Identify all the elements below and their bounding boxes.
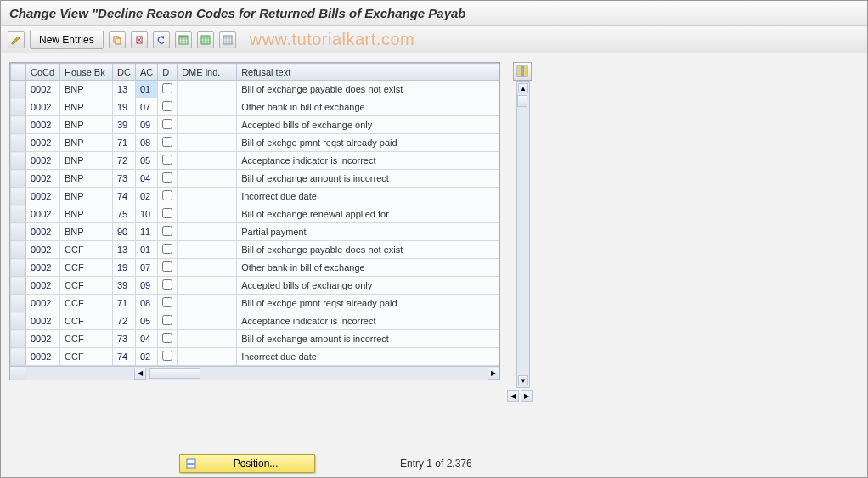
cell-ac[interactable]: 08	[135, 295, 157, 312]
cell-housebk[interactable]: BNP	[60, 223, 113, 241]
d-checkbox[interactable]	[162, 297, 172, 307]
cell-ac[interactable]: 02	[135, 188, 157, 205]
undo-icon[interactable]	[153, 31, 170, 48]
cell-cocd[interactable]: 0002	[26, 330, 60, 348]
cell-ac[interactable]: 05	[135, 312, 157, 330]
h-scroll-thumb[interactable]	[149, 368, 200, 379]
v-scroll-thumb[interactable]	[517, 95, 527, 107]
cell-cocd[interactable]: 0002	[26, 312, 60, 330]
scroll-up-icon[interactable]: ▲	[518, 83, 528, 93]
cell-cocd[interactable]: 0002	[26, 98, 60, 116]
cell-dme[interactable]	[178, 259, 237, 277]
cell-dc[interactable]: 39	[113, 277, 136, 295]
d-checkbox[interactable]	[162, 244, 172, 254]
table-row[interactable]: 0002BNP1301Bill of exchange payable does…	[11, 81, 499, 98]
cell-dc[interactable]: 74	[113, 348, 136, 366]
cell-ac[interactable]: 04	[135, 330, 157, 348]
cell-refusal[interactable]: Bill of exchange payable does not exist	[237, 241, 499, 259]
cell-dme[interactable]	[178, 205, 237, 223]
d-checkbox[interactable]	[162, 333, 172, 343]
row-selector[interactable]	[11, 98, 26, 116]
v-scrollbar[interactable]: ▲ ▼	[516, 81, 530, 388]
cell-d[interactable]	[158, 116, 178, 134]
table-row[interactable]: 0002CCF7108Bill of exchge pmnt reqst alr…	[11, 295, 499, 312]
scroll-right2-icon[interactable]: ▶	[521, 390, 533, 402]
cell-ac[interactable]: 07	[135, 259, 157, 277]
cell-refusal[interactable]: Accepted bills of exchange only	[237, 277, 499, 295]
cell-ac[interactable]: 08	[135, 134, 157, 152]
cell-cocd[interactable]: 0002	[26, 116, 60, 134]
col-refusal[interactable]: Refusal text	[237, 64, 499, 81]
cell-d[interactable]	[158, 330, 178, 348]
cell-d[interactable]	[158, 223, 178, 241]
cell-ac[interactable]: 05	[135, 152, 157, 170]
cell-dme[interactable]	[178, 348, 237, 366]
cell-d[interactable]	[158, 188, 178, 205]
table-row[interactable]: 0002CCF7402Incorrect due date	[11, 348, 499, 366]
cell-dc[interactable]: 72	[113, 152, 136, 170]
d-checkbox[interactable]	[162, 101, 172, 111]
col-dc[interactable]: DC	[113, 64, 136, 81]
cell-housebk[interactable]: BNP	[60, 98, 113, 116]
position-button[interactable]: Position...	[179, 454, 315, 473]
cell-ac[interactable]: 02	[135, 348, 157, 366]
cell-housebk[interactable]: BNP	[60, 205, 113, 223]
cell-ac[interactable]: 07	[135, 98, 157, 116]
col-housebk[interactable]: House Bk	[60, 64, 113, 81]
deselect-all-icon[interactable]	[219, 31, 236, 48]
row-selector[interactable]	[11, 170, 26, 188]
table-row[interactable]: 0002BNP7108Bill of exchge pmnt reqst alr…	[11, 134, 499, 152]
cell-dc[interactable]: 90	[113, 223, 136, 241]
cell-refusal[interactable]: Partial payment	[237, 223, 499, 241]
table-row[interactable]: 0002BNP1907Other bank in bill of exchang…	[11, 98, 499, 116]
cell-d[interactable]	[158, 277, 178, 295]
row-selector[interactable]	[11, 205, 26, 223]
d-checkbox[interactable]	[162, 226, 172, 236]
table-row[interactable]: 0002CCF1907Other bank in bill of exchang…	[11, 259, 499, 277]
cell-dme[interactable]	[178, 98, 237, 116]
table-row[interactable]: 0002CCF7304Bill of exchange amount is in…	[11, 330, 499, 348]
cell-refusal[interactable]: Accepted bills of exchange only	[237, 116, 499, 134]
row-selector[interactable]	[11, 152, 26, 170]
cell-d[interactable]	[158, 98, 178, 116]
copy-icon[interactable]	[109, 31, 126, 48]
cell-dme[interactable]	[178, 312, 237, 330]
cell-ac[interactable]: 01	[135, 241, 157, 259]
cell-dc[interactable]: 73	[113, 330, 136, 348]
cell-dc[interactable]: 75	[113, 205, 136, 223]
cell-dc[interactable]: 13	[113, 81, 136, 98]
cell-dc[interactable]: 13	[113, 241, 136, 259]
cell-cocd[interactable]: 0002	[26, 348, 60, 366]
cell-refusal[interactable]: Bill of exchange amount is incorrect	[237, 170, 499, 188]
cell-cocd[interactable]: 0002	[26, 277, 60, 295]
cell-ac[interactable]: 11	[135, 223, 157, 241]
table-row[interactable]: 0002BNP3909Accepted bills of exchange on…	[11, 116, 499, 134]
cell-refusal[interactable]: Incorrect due date	[237, 348, 499, 366]
row-selector[interactable]	[11, 348, 26, 366]
cell-refusal[interactable]: Bill of exchge pmnt reqst already paid	[237, 134, 499, 152]
cell-cocd[interactable]: 0002	[26, 259, 60, 277]
row-selector[interactable]	[11, 81, 26, 98]
configure-columns-icon[interactable]	[513, 62, 532, 81]
select-all-icon[interactable]	[175, 31, 192, 48]
col-rowsel[interactable]	[11, 64, 26, 81]
scroll-left2-icon[interactable]: ◀	[507, 390, 519, 402]
d-checkbox[interactable]	[162, 83, 172, 93]
cell-dc[interactable]: 72	[113, 312, 136, 330]
scroll-right-icon[interactable]: ▶	[488, 368, 499, 380]
col-dme[interactable]: DME ind.	[178, 64, 237, 81]
row-selector[interactable]	[11, 134, 26, 152]
cell-ac[interactable]: 04	[135, 170, 157, 188]
table-row[interactable]: 0002CCF3909Accepted bills of exchange on…	[11, 277, 499, 295]
cell-d[interactable]	[158, 152, 178, 170]
cell-cocd[interactable]: 0002	[26, 81, 60, 98]
row-selector[interactable]	[11, 295, 26, 312]
select-block-icon[interactable]	[197, 31, 214, 48]
cell-d[interactable]	[158, 170, 178, 188]
cell-d[interactable]	[158, 312, 178, 330]
cell-d[interactable]	[158, 295, 178, 312]
cell-dc[interactable]: 71	[113, 134, 136, 152]
table-row[interactable]: 0002BNP7402Incorrect due date	[11, 188, 499, 205]
row-selector[interactable]	[11, 223, 26, 241]
cell-housebk[interactable]: CCF	[60, 312, 113, 330]
